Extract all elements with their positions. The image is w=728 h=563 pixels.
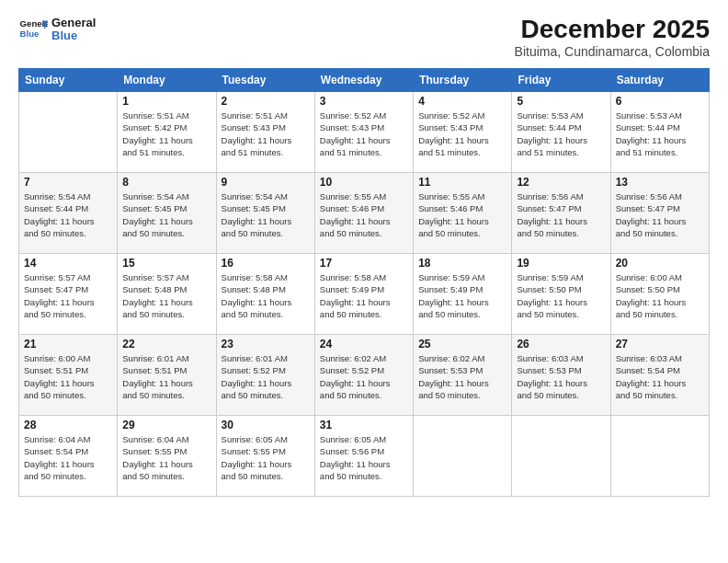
calendar-cell: 26Sunrise: 6:03 AMSunset: 5:53 PMDayligh… xyxy=(512,335,610,416)
day-info: Sunrise: 6:02 AMSunset: 5:53 PMDaylight:… xyxy=(418,352,506,401)
day-number: 5 xyxy=(517,95,605,108)
day-info: Sunrise: 6:01 AMSunset: 5:51 PMDaylight:… xyxy=(122,352,210,401)
day-info: Sunrise: 6:03 AMSunset: 5:54 PMDaylight:… xyxy=(616,352,704,401)
day-number: 4 xyxy=(418,95,506,108)
day-info: Sunrise: 6:01 AMSunset: 5:52 PMDaylight:… xyxy=(222,352,310,401)
day-number: 6 xyxy=(616,95,704,108)
day-number: 3 xyxy=(320,95,408,108)
day-info: Sunrise: 6:05 AMSunset: 5:55 PMDaylight:… xyxy=(222,433,310,482)
day-info: Sunrise: 6:05 AMSunset: 5:56 PMDaylight:… xyxy=(320,433,408,482)
calendar-cell: 29Sunrise: 6:04 AMSunset: 5:55 PMDayligh… xyxy=(118,416,216,497)
calendar-cell xyxy=(414,416,512,497)
day-number: 7 xyxy=(24,176,112,189)
week-row-2: 14Sunrise: 5:57 AMSunset: 5:47 PMDayligh… xyxy=(19,254,710,335)
day-number: 13 xyxy=(616,176,704,189)
day-info: Sunrise: 5:55 AMSunset: 5:46 PMDaylight:… xyxy=(320,190,408,239)
calendar-cell: 22Sunrise: 6:01 AMSunset: 5:51 PMDayligh… xyxy=(118,335,216,416)
calendar-cell: 13Sunrise: 5:56 AMSunset: 5:47 PMDayligh… xyxy=(610,173,709,254)
calendar-cell: 15Sunrise: 5:57 AMSunset: 5:48 PMDayligh… xyxy=(118,254,216,335)
calendar-cell xyxy=(19,92,118,173)
day-number: 29 xyxy=(122,419,210,431)
logo-line1: General xyxy=(51,17,96,29)
title-block: December 2025 Bituima, Cundinamarca, Col… xyxy=(515,15,710,59)
calendar-cell: 10Sunrise: 5:55 AMSunset: 5:46 PMDayligh… xyxy=(314,173,413,254)
week-row-1: 7Sunrise: 5:54 AMSunset: 5:44 PMDaylight… xyxy=(19,173,710,254)
calendar-cell xyxy=(512,416,610,497)
day-header-friday: Friday xyxy=(512,69,610,92)
day-info: Sunrise: 5:53 AMSunset: 5:44 PMDaylight:… xyxy=(517,109,605,158)
day-header-tuesday: Tuesday xyxy=(216,69,314,92)
week-row-3: 21Sunrise: 6:00 AMSunset: 5:51 PMDayligh… xyxy=(19,335,710,416)
day-number: 12 xyxy=(517,176,605,189)
day-number: 26 xyxy=(517,338,605,350)
day-info: Sunrise: 6:04 AMSunset: 5:54 PMDaylight:… xyxy=(24,433,112,482)
day-number: 24 xyxy=(320,338,408,350)
calendar-cell: 30Sunrise: 6:05 AMSunset: 5:55 PMDayligh… xyxy=(216,416,314,497)
calendar-cell: 2Sunrise: 5:51 AMSunset: 5:43 PMDaylight… xyxy=(216,92,314,173)
calendar-cell: 6Sunrise: 5:53 AMSunset: 5:44 PMDaylight… xyxy=(610,92,709,173)
calendar-cell: 1Sunrise: 5:51 AMSunset: 5:42 PMDaylight… xyxy=(118,92,216,173)
calendar-cell: 25Sunrise: 6:02 AMSunset: 5:53 PMDayligh… xyxy=(414,335,512,416)
calendar-cell: 5Sunrise: 5:53 AMSunset: 5:44 PMDaylight… xyxy=(512,92,610,173)
calendar-cell xyxy=(610,416,709,497)
day-number: 18 xyxy=(418,257,506,270)
page: General Blue General Blue December 2025 … xyxy=(0,0,728,563)
calendar-cell: 9Sunrise: 5:54 AMSunset: 5:45 PMDaylight… xyxy=(216,173,314,254)
day-header-wednesday: Wednesday xyxy=(314,69,413,92)
calendar-cell: 11Sunrise: 5:55 AMSunset: 5:46 PMDayligh… xyxy=(414,173,512,254)
day-info: Sunrise: 5:59 AMSunset: 5:50 PMDaylight:… xyxy=(517,271,605,320)
day-header-sunday: Sunday xyxy=(19,69,118,92)
day-number: 19 xyxy=(517,257,605,270)
header: General Blue General Blue December 2025 … xyxy=(18,15,710,59)
day-info: Sunrise: 5:54 AMSunset: 5:45 PMDaylight:… xyxy=(222,190,310,239)
day-number: 17 xyxy=(320,257,408,270)
day-info: Sunrise: 5:57 AMSunset: 5:47 PMDaylight:… xyxy=(24,271,112,320)
day-number: 10 xyxy=(320,176,408,189)
day-header-saturday: Saturday xyxy=(610,69,709,92)
day-number: 1 xyxy=(122,95,210,108)
day-number: 27 xyxy=(616,338,704,350)
day-info: Sunrise: 5:56 AMSunset: 5:47 PMDaylight:… xyxy=(517,190,605,239)
day-info: Sunrise: 6:03 AMSunset: 5:53 PMDaylight:… xyxy=(517,352,605,401)
day-number: 28 xyxy=(24,419,112,431)
calendar-cell: 14Sunrise: 5:57 AMSunset: 5:47 PMDayligh… xyxy=(19,254,118,335)
week-row-0: 1Sunrise: 5:51 AMSunset: 5:42 PMDaylight… xyxy=(19,92,710,173)
day-number: 25 xyxy=(418,338,506,350)
calendar-cell: 19Sunrise: 5:59 AMSunset: 5:50 PMDayligh… xyxy=(512,254,610,335)
day-info: Sunrise: 5:51 AMSunset: 5:43 PMDaylight:… xyxy=(222,109,310,158)
day-info: Sunrise: 5:57 AMSunset: 5:48 PMDaylight:… xyxy=(122,271,210,320)
day-info: Sunrise: 6:00 AMSunset: 5:50 PMDaylight:… xyxy=(616,271,704,320)
header-row: SundayMondayTuesdayWednesdayThursdayFrid… xyxy=(19,69,710,92)
calendar-cell: 7Sunrise: 5:54 AMSunset: 5:44 PMDaylight… xyxy=(19,173,118,254)
calendar-cell: 4Sunrise: 5:52 AMSunset: 5:43 PMDaylight… xyxy=(414,92,512,173)
day-info: Sunrise: 5:58 AMSunset: 5:48 PMDaylight:… xyxy=(222,271,310,320)
day-info: Sunrise: 6:04 AMSunset: 5:55 PMDaylight:… xyxy=(122,433,210,482)
calendar-cell: 20Sunrise: 6:00 AMSunset: 5:50 PMDayligh… xyxy=(610,254,709,335)
day-number: 31 xyxy=(320,419,408,431)
day-number: 11 xyxy=(418,176,506,189)
day-number: 9 xyxy=(222,176,310,189)
calendar-cell: 18Sunrise: 5:59 AMSunset: 5:49 PMDayligh… xyxy=(414,254,512,335)
day-info: Sunrise: 5:52 AMSunset: 5:43 PMDaylight:… xyxy=(320,109,408,158)
day-header-monday: Monday xyxy=(118,69,216,92)
calendar-cell: 12Sunrise: 5:56 AMSunset: 5:47 PMDayligh… xyxy=(512,173,610,254)
day-info: Sunrise: 5:56 AMSunset: 5:47 PMDaylight:… xyxy=(616,190,704,239)
calendar-cell: 16Sunrise: 5:58 AMSunset: 5:48 PMDayligh… xyxy=(216,254,314,335)
logo: General Blue General Blue xyxy=(18,15,96,44)
day-info: Sunrise: 5:53 AMSunset: 5:44 PMDaylight:… xyxy=(616,109,704,158)
day-info: Sunrise: 6:00 AMSunset: 5:51 PMDaylight:… xyxy=(24,352,112,401)
day-info: Sunrise: 5:54 AMSunset: 5:44 PMDaylight:… xyxy=(24,190,112,239)
day-number: 22 xyxy=(122,338,210,350)
calendar-cell: 17Sunrise: 5:58 AMSunset: 5:49 PMDayligh… xyxy=(314,254,413,335)
calendar-cell: 24Sunrise: 6:02 AMSunset: 5:52 PMDayligh… xyxy=(314,335,413,416)
day-header-thursday: Thursday xyxy=(414,69,512,92)
week-row-4: 28Sunrise: 6:04 AMSunset: 5:54 PMDayligh… xyxy=(19,416,710,497)
day-info: Sunrise: 5:59 AMSunset: 5:49 PMDaylight:… xyxy=(418,271,506,320)
calendar-cell: 8Sunrise: 5:54 AMSunset: 5:45 PMDaylight… xyxy=(118,173,216,254)
day-number: 14 xyxy=(24,257,112,270)
day-number: 21 xyxy=(24,338,112,350)
day-info: Sunrise: 5:55 AMSunset: 5:46 PMDaylight:… xyxy=(418,190,506,239)
month-title: December 2025 xyxy=(515,15,710,44)
calendar-cell: 31Sunrise: 6:05 AMSunset: 5:56 PMDayligh… xyxy=(314,416,413,497)
day-number: 15 xyxy=(122,257,210,270)
